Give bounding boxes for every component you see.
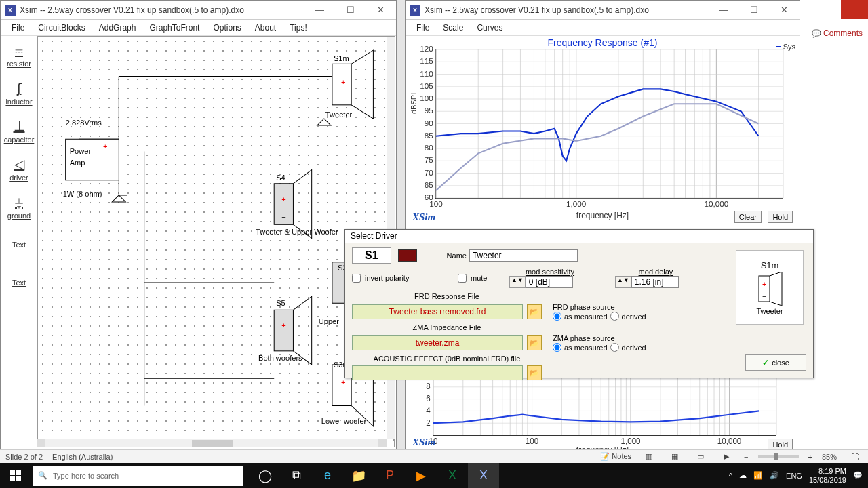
svg-text:S4: S4 xyxy=(276,174,285,182)
svg-text:100: 100 xyxy=(526,436,539,446)
zma-phase-derived[interactable] xyxy=(610,343,619,352)
svg-text:+: + xyxy=(762,280,766,288)
mod-sens-input[interactable] xyxy=(526,276,573,288)
comments-button[interactable]: Comments xyxy=(812,28,863,38)
xsim-logo: XSim xyxy=(412,211,435,223)
menu-tips[interactable]: Tips! xyxy=(283,22,314,34)
explorer-icon[interactable]: 📁 xyxy=(343,463,374,488)
fit-icon[interactable]: ⛶ xyxy=(846,451,863,462)
menu-about[interactable]: About xyxy=(248,22,283,34)
menu-circuitblocks[interactable]: CircuitBlocks xyxy=(31,22,92,34)
tray-onedrive-icon[interactable]: ☁ xyxy=(739,471,747,480)
schem-scroll-h[interactable] xyxy=(37,439,387,447)
zma-phase-measured[interactable] xyxy=(553,343,561,352)
frd-phase-measured[interactable] xyxy=(553,312,561,321)
acoustic-label: ACOUSTIC EFFECT (0dB nominal FRD) file xyxy=(352,354,542,363)
mute-label: mute xyxy=(471,274,487,282)
cortana-icon[interactable]: ◯ xyxy=(250,463,281,488)
menu-addgraph[interactable]: AddGraph xyxy=(92,22,143,34)
notes-button[interactable]: 📝 Notes xyxy=(600,452,631,461)
minimize-button[interactable]: — xyxy=(304,1,335,20)
edge-icon[interactable]: e xyxy=(312,463,343,488)
menu-options[interactable]: Options xyxy=(206,22,248,34)
svg-text:Tweeter & Upper Woofer: Tweeter & Upper Woofer xyxy=(256,228,338,236)
driver-name-input[interactable] xyxy=(469,249,578,262)
mod-delay-input[interactable] xyxy=(631,276,679,288)
chart-menu-file[interactable]: File xyxy=(410,22,436,34)
frd-file-box: Tweeter bass rremoved.frd xyxy=(352,304,523,319)
acoustic-browse-button[interactable]: 📂 xyxy=(527,365,542,380)
tool-text[interactable]: Text xyxy=(2,226,36,264)
driver-color-chip[interactable] xyxy=(398,249,417,262)
chart-close[interactable]: ✕ xyxy=(769,1,800,20)
svg-text:+: + xyxy=(281,321,285,329)
chart1-plot[interactable]: 60657075808590951001051101151201001,0001… xyxy=(435,49,783,199)
excel-icon[interactable]: X xyxy=(437,463,468,488)
zoom-in[interactable]: + xyxy=(808,453,812,461)
zma-label: ZMA Impedance File xyxy=(352,323,542,331)
svg-text:6: 6 xyxy=(426,394,431,403)
tray-chevron-icon[interactable]: ^ xyxy=(729,472,732,480)
chart2-plot[interactable]: 2468101001,00010,000 xyxy=(433,375,776,436)
view-reading-icon[interactable]: ▭ xyxy=(692,451,709,462)
taskview-icon[interactable]: ⧉ xyxy=(281,463,312,488)
search-icon: 🔍 xyxy=(38,471,47,480)
system-tray: ^ ☁ 📶 🔊 ENG 8:19 PM 15/08/2019 💬 xyxy=(724,467,868,483)
tray-clock[interactable]: 8:19 PM 15/08/2019 xyxy=(809,467,846,483)
view-slideshow-icon[interactable]: ▶ xyxy=(718,451,734,462)
frd-browse-button[interactable]: 📂 xyxy=(527,304,542,319)
svg-text:120: 120 xyxy=(420,44,433,53)
menu-graphtofront[interactable]: GraphToFront xyxy=(142,22,206,34)
chart2-area: 2468101001,00010,000 frequency [Hz] XSim… xyxy=(408,375,797,449)
close-button[interactable]: ✕ xyxy=(366,1,396,20)
search-placeholder: Type here to search xyxy=(53,472,119,480)
zoom-out[interactable]: − xyxy=(744,453,748,461)
menu-file[interactable]: File xyxy=(5,22,31,34)
chart-titlebar: X Xsim -- 2.5way crossover V0.21 fix up … xyxy=(406,1,800,20)
chart-menu-scale[interactable]: Scale xyxy=(436,22,470,34)
mod-sens-label: mod sensitivity xyxy=(509,268,591,276)
zoom-slider[interactable] xyxy=(758,455,799,458)
mute-checkbox[interactable] xyxy=(458,274,467,283)
svg-text:Lower woofer: Lower woofer xyxy=(321,417,367,425)
dialog-close-button[interactable]: close xyxy=(745,354,806,371)
taskbar-search[interactable]: 🔍 Type here to search xyxy=(33,466,243,486)
tray-notifications-icon[interactable]: 💬 xyxy=(853,471,863,480)
tool-ground[interactable]: ⏚ground xyxy=(2,188,36,226)
svg-rect-125 xyxy=(10,476,15,481)
start-button[interactable] xyxy=(0,463,31,488)
xsim-taskbar-icon[interactable]: X xyxy=(468,463,499,488)
maximize-button[interactable]: ☐ xyxy=(335,1,366,20)
zma-browse-button[interactable]: 📂 xyxy=(527,336,542,350)
media-icon[interactable]: ▶ xyxy=(406,463,437,488)
tray-network-icon[interactable]: 📶 xyxy=(753,471,763,480)
bg-close[interactable] xyxy=(841,0,868,19)
schematic-canvas[interactable]: + − + − + + + − 2.828Vrms Power Amp 1W (… xyxy=(37,36,395,447)
tool-resistor[interactable]: ⎓resistor xyxy=(2,36,36,74)
tray-volume-icon[interactable]: 🔊 xyxy=(770,471,779,480)
chart-menu-curves[interactable]: Curves xyxy=(470,22,509,34)
tool-capacitor[interactable]: ⊥capacitor xyxy=(2,112,36,150)
view-normal-icon[interactable]: ▥ xyxy=(641,451,657,462)
tool-driver[interactable]: ◁driver xyxy=(2,150,36,188)
frd-phase-derived[interactable] xyxy=(610,312,619,321)
chart-maximize[interactable]: ☐ xyxy=(738,1,769,20)
component-toolbar: ⎓resistor ʃinductor ⊥capacitor ◁driver ⏚… xyxy=(2,36,37,302)
tool-inductor[interactable]: ʃinductor xyxy=(2,74,36,112)
chart-minimize[interactable]: — xyxy=(708,1,738,20)
chart-title-text: Xsim -- 2.5way crossover V0.21 fix up sa… xyxy=(425,5,708,15)
slide-indicator: Slide 2 of 2 xyxy=(5,453,43,461)
svg-text:100: 100 xyxy=(429,199,443,208)
frd-label: FRD Response File xyxy=(352,292,542,300)
zoom-level[interactable]: 85% xyxy=(822,453,837,461)
powerpoint-icon[interactable]: P xyxy=(374,463,406,488)
clear-button[interactable]: Clear xyxy=(734,211,762,223)
hold-button[interactable]: Hold xyxy=(768,211,793,223)
tray-lang[interactable]: ENG xyxy=(786,472,802,480)
language-indicator[interactable]: English (Australia) xyxy=(52,453,113,461)
zma-file-box: tweeter.zma xyxy=(352,336,523,350)
select-driver-dialog: Select Driver S1 Name invert polarity mu… xyxy=(344,229,814,378)
view-sorter-icon[interactable]: ▦ xyxy=(667,451,683,462)
invert-polarity-checkbox[interactable] xyxy=(352,274,361,283)
tool-text-2[interactable]: Text xyxy=(2,264,36,302)
